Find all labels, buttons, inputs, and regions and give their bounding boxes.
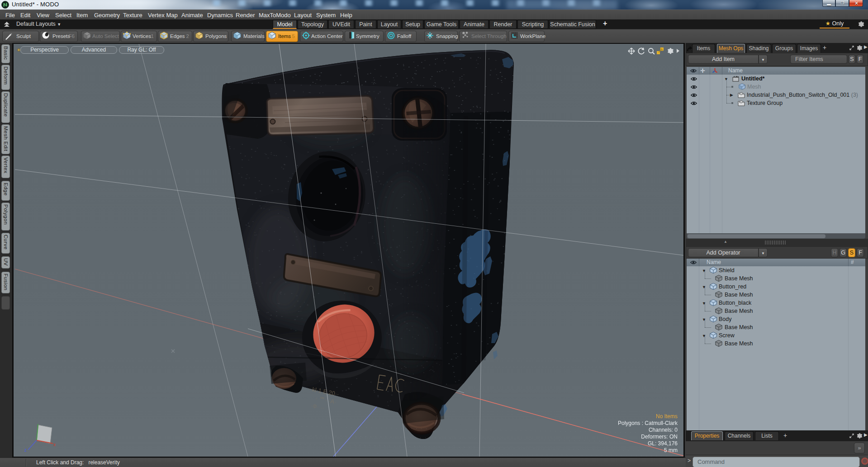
svg-text:z: z <box>24 448 27 453</box>
svg-text:x: x <box>53 442 56 447</box>
